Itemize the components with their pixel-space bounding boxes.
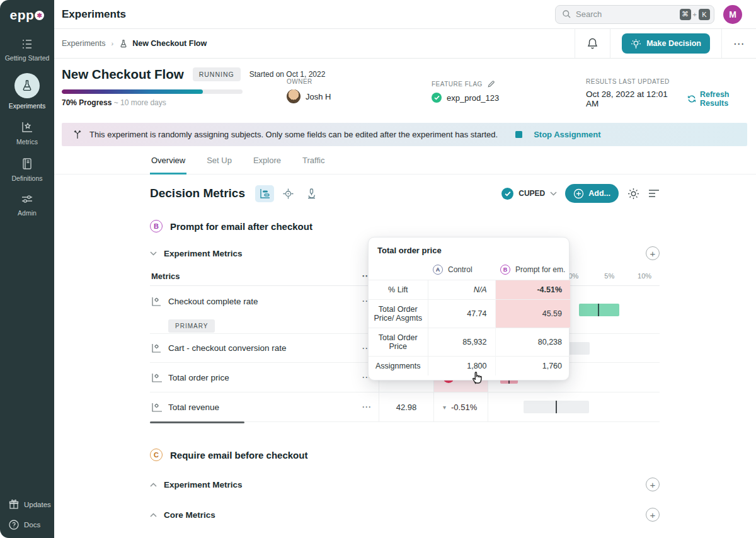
sidebar-item-definitions[interactable]: Definitions [0, 157, 54, 183]
lift-cell[interactable]: ▾ -0.51% [433, 392, 488, 421]
make-decision-button[interactable]: Make Decision [622, 33, 710, 54]
sidebar-footer: Updates Docs [0, 499, 54, 530]
table-row: Total revenue ⋯ 42.98 ▾ -0.51% [150, 392, 660, 422]
results-updated-time: Oct 28, 2022 at 12:01 AM [586, 89, 677, 108]
tooltip-row-lift: % Lift N/A -4.51% [369, 280, 570, 300]
sidebar-item-updates[interactable]: Updates [8, 499, 54, 510]
book-icon [20, 157, 34, 171]
metric-name[interactable]: Total revenue [168, 403, 219, 412]
confidence-interval-bar [524, 401, 589, 413]
notifications-bell-icon[interactable] [587, 37, 598, 50]
lift-value: -0.51% [451, 403, 477, 412]
stop-assignment-button[interactable]: Stop Assignment [534, 130, 600, 139]
stop-square-icon [515, 131, 522, 138]
sidebar-item-label: Admin [18, 209, 37, 217]
sidebar-item-getting-started[interactable]: Getting Started [0, 38, 54, 62]
logo-flower-icon: ✱ [35, 11, 44, 20]
progress-bar [62, 89, 243, 94]
add-metric-to-group-button[interactable]: + [646, 508, 660, 522]
owner-label: OWNER [287, 78, 331, 85]
pencil-icon[interactable] [487, 80, 495, 88]
sidebar-item-docs[interactable]: Docs [8, 519, 54, 530]
sidebar-item-label: Getting Started [5, 54, 50, 62]
results-updated-label: RESULTS LAST UPDATED [586, 78, 756, 85]
add-metric-to-group-button[interactable]: + [646, 478, 660, 491]
tab-explore[interactable]: Explore [252, 152, 282, 174]
variant-c-name: Require email before checkout [170, 450, 307, 461]
page-title: Experiments [62, 8, 126, 21]
confidence-interval-bar [579, 304, 619, 316]
breadcrumb-parent[interactable]: Experiments [62, 39, 105, 48]
logo-text: epp [10, 8, 35, 23]
flask-icon [14, 73, 40, 98]
feature-flag-block: FEATURE FLAG exp_prod_123 [432, 80, 499, 103]
owner-avatar [287, 89, 301, 103]
tab-overview[interactable]: Overview [150, 152, 186, 175]
metrics-column-header: Metrics [151, 272, 180, 281]
variant-a-badge: A [433, 265, 443, 275]
metric-chart-gear-icon [151, 296, 162, 307]
tab-set-up[interactable]: Set Up [205, 152, 233, 174]
filter-icon[interactable] [648, 189, 660, 198]
cuped-label: CUPED [518, 189, 545, 198]
k-key-badge: K [699, 9, 710, 20]
metric-name[interactable]: Checkout complete rate [168, 297, 258, 306]
breadcrumb-actions: Make Decision ⋯ [575, 29, 756, 58]
owner-name: Josh H [306, 92, 331, 101]
metric-name[interactable]: Cart - checkout conversion rate [168, 343, 287, 353]
group-label[interactable]: Experiment Metrics [164, 249, 243, 258]
row-menu-icon[interactable]: ⋯ [362, 401, 379, 413]
refresh-icon [687, 94, 696, 103]
question-circle-icon [8, 519, 20, 530]
eppo-logo[interactable]: epp ✱ [10, 8, 45, 23]
sidebar-item-label: Definitions [11, 175, 42, 183]
sidebar-item-admin[interactable]: Admin [0, 193, 54, 217]
group-label[interactable]: Experiment Metrics [164, 480, 243, 489]
flask-icon [119, 39, 128, 49]
tab-traffic[interactable]: Traffic [301, 152, 326, 174]
variant-c-badge: C [150, 449, 163, 461]
add-metric-label: Add... [588, 189, 610, 198]
settings-gear-icon[interactable] [627, 187, 640, 200]
make-decision-label: Make Decision [646, 39, 701, 48]
chevron-down-icon [550, 192, 557, 196]
user-avatar[interactable]: M [723, 5, 742, 24]
metric-name[interactable]: Total order price [168, 373, 229, 382]
sidebar-item-metrics[interactable]: Metrics [0, 120, 54, 146]
sidebar-item-experiments[interactable]: Experiments [0, 73, 54, 110]
cuped-toggle[interactable]: CUPED [501, 188, 557, 200]
flag-enabled-check-icon [432, 93, 442, 103]
chevron-up-icon[interactable] [150, 513, 157, 517]
refresh-results-button[interactable]: Refresh Results [687, 90, 756, 108]
feature-flag-value[interactable]: exp_prod_123 [447, 93, 499, 103]
progress-note: ~ 10 more days [114, 98, 166, 107]
search-input[interactable] [576, 9, 680, 19]
experiment-metrics-group-collapsed: Experiment Metrics + [150, 478, 660, 491]
horizontal-scrollbar-thumb[interactable] [150, 421, 244, 423]
tooltip-variant-b-column: B Prompt for em... [500, 265, 565, 275]
chevron-up-icon[interactable] [150, 483, 157, 487]
tooltip-title: Total order price [369, 246, 569, 255]
sliders-icon [20, 193, 34, 205]
experiment-header: New Checkout Flow RUNNING Started on Oct… [54, 59, 756, 115]
shortcut-plus: + [693, 11, 697, 18]
search-bar[interactable]: ⌘ + K [555, 5, 714, 24]
metric-chart-gear-icon [151, 343, 162, 353]
feature-flag-label: FEATURE FLAG [432, 81, 483, 88]
group-label[interactable]: Core Metrics [164, 510, 215, 520]
results-updated-block: RESULTS LAST UPDATED Oct 28, 2022 at 12:… [586, 78, 756, 108]
axis-tick: 10% [638, 272, 651, 280]
add-metric-to-group-button[interactable]: + [646, 246, 660, 260]
crosshair-view-icon[interactable] [278, 185, 297, 202]
search-icon [562, 9, 571, 19]
tooltip-row-total-price: Total Order Price 85,932 80,238 [369, 328, 570, 357]
banner-message: This experiment is randomly assigning su… [89, 130, 498, 139]
chevron-down-icon[interactable] [150, 251, 157, 256]
more-menu-icon[interactable]: ⋯ [733, 37, 745, 50]
add-metric-button[interactable]: Add... [565, 184, 619, 203]
microscope-view-icon[interactable] [302, 185, 321, 202]
metric-tooltip: Total order price A Control B Pro [368, 237, 570, 381]
forest-plot-view-icon[interactable] [255, 185, 274, 202]
variant-b-heading: B Prompt for email after checkout [150, 220, 660, 232]
progress-bar-fill [62, 89, 203, 94]
